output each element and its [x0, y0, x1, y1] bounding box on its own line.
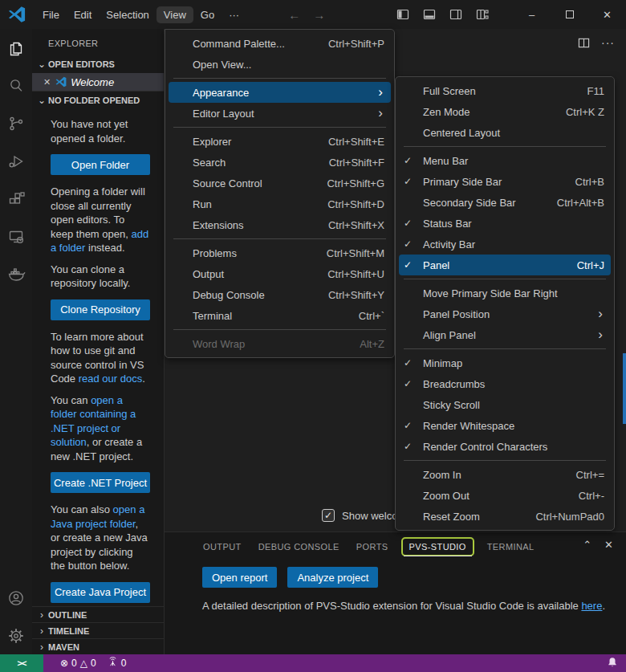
panel-tab-debug-console[interactable]: DEBUG CONSOLE	[258, 540, 340, 554]
menu-item-terminal[interactable]: TerminalCtrl+`	[169, 305, 391, 326]
timeline-section[interactable]: › TIMELINE	[32, 622, 164, 638]
menu-item-status-bar[interactable]: ✓Status Bar	[399, 213, 611, 234]
paragraph: You can open a folder containing a .NET …	[51, 393, 150, 464]
menu-item-output[interactable]: OutputCtrl+Shift+U	[169, 263, 391, 284]
panel-tab-ports[interactable]: PORTS	[356, 540, 389, 554]
menu-item-open-view[interactable]: Open View...	[169, 54, 391, 75]
menu-item-zoom-in[interactable]: Zoom InCtrl+=	[399, 464, 611, 485]
scrollbar-decoration[interactable]	[623, 353, 626, 424]
menu-item-explorer[interactable]: ExplorerCtrl+Shift+E	[169, 131, 391, 152]
menubar-item-file[interactable]: File	[35, 6, 67, 23]
split-editor-icon[interactable]	[578, 37, 590, 49]
no-folder-opened-header[interactable]: ⌄ NO FOLDER OPENED	[32, 91, 164, 108]
analyze-project-button[interactable]: Analyze project	[287, 567, 378, 588]
maximize-button[interactable]	[551, 0, 588, 29]
close-panel-icon[interactable]: ✕	[604, 539, 613, 551]
menu-item-editor-layout[interactable]: Editor Layout›	[169, 103, 391, 124]
menu-item-label: Status Bar	[423, 218, 582, 230]
menu-item-menu-bar[interactable]: ✓Menu Bar	[399, 150, 611, 171]
menu-item-centered-layout[interactable]: Centered Layout	[399, 122, 611, 143]
open-editors-header[interactable]: ⌄ OPEN EDITORS	[32, 55, 164, 73]
checkbox-checked-icon[interactable]: ✓	[322, 509, 335, 522]
menu-item-search[interactable]: SearchCtrl+Shift+F	[169, 152, 391, 173]
menu-item-panel[interactable]: ✓PanelCtrl+J	[399, 255, 611, 275]
menu-item-reset-zoom[interactable]: Reset ZoomCtrl+NumPad0	[399, 506, 611, 527]
menu-item-shortcut: Ctrl+`	[359, 310, 384, 322]
menu-item-sticky-scroll[interactable]: Sticky Scroll	[399, 394, 611, 415]
close-button[interactable]: ✕	[588, 0, 626, 29]
maven-section[interactable]: › MAVEN	[32, 638, 164, 654]
menu-item-align-panel[interactable]: Align Panel›	[399, 324, 611, 345]
menu-item-zen-mode[interactable]: Zen ModeCtrl+K Z	[399, 101, 611, 122]
run-debug-icon[interactable]	[0, 142, 32, 180]
chevron-right-icon: ›	[598, 310, 603, 318]
menu-item-render-whitespace[interactable]: ✓Render Whitespace	[399, 415, 611, 436]
open-editor-welcome-item[interactable]: ✕ Welcome	[32, 73, 164, 91]
close-editor-icon[interactable]: ✕	[43, 77, 51, 88]
chevron-right-icon: ›	[598, 331, 603, 339]
menu-item-breadcrumbs[interactable]: ✓Breadcrumbs	[399, 373, 611, 394]
panel-tab-pvs-studio[interactable]: PVS-STUDIO	[401, 537, 474, 556]
toggle-primary-sidebar-icon[interactable]	[396, 8, 409, 21]
menu-item-label: Zen Mode	[423, 106, 543, 118]
remote-indicator[interactable]: ><	[0, 654, 43, 672]
more-actions-icon[interactable]: ···	[601, 36, 615, 49]
menu-item-minimap[interactable]: ✓Minimap	[399, 352, 611, 373]
menu-item-source-control[interactable]: Source ControlCtrl+Shift+G	[169, 173, 391, 193]
menu-item-secondary-side-bar[interactable]: Secondary Side BarCtrl+Alt+B	[399, 192, 611, 213]
toggle-panel-icon[interactable]	[423, 8, 436, 21]
menu-item-debug-console[interactable]: Debug ConsoleCtrl+Shift+Y	[169, 284, 391, 305]
forward-arrow-icon[interactable]: →	[313, 8, 325, 22]
notifications[interactable]	[607, 657, 626, 670]
customize-layout-icon[interactable]	[476, 8, 489, 21]
menu-item-activity-bar[interactable]: ✓Activity Bar	[399, 234, 611, 255]
menu-item-full-screen[interactable]: Full ScreenF11	[399, 80, 611, 101]
menu-item-problems[interactable]: ProblemsCtrl+Shift+M	[169, 242, 391, 263]
menu-item-label: Run	[193, 198, 305, 210]
back-arrow-icon[interactable]: ←	[288, 8, 300, 22]
paragraph: You can clone a repository locally.	[51, 263, 150, 291]
menu-item-word-wrap[interactable]: Word WrapAlt+Z	[169, 333, 391, 354]
here-link[interactable]: here	[581, 600, 602, 612]
menu-item-render-control-characters[interactable]: ✓Render Control Characters	[399, 436, 611, 457]
open-folder-button[interactable]: Open Folder	[51, 154, 150, 175]
menu-item-primary-side-bar[interactable]: ✓Primary Side BarCtrl+B	[399, 171, 611, 192]
search-icon[interactable]	[0, 67, 32, 104]
open-report-button[interactable]: Open report	[202, 567, 277, 588]
menu-item-zoom-out[interactable]: Zoom OutCtrl+-	[399, 485, 611, 506]
outline-section[interactable]: › OUTLINE	[32, 606, 164, 622]
menu-item-panel-position[interactable]: Panel Position›	[399, 303, 611, 324]
activity-bar	[0, 29, 32, 654]
minimize-button[interactable]: –	[513, 0, 551, 29]
menu-item-command-palette[interactable]: Command Palette...Ctrl+Shift+P	[169, 33, 391, 54]
create-dotnet-project-button[interactable]: Create .NET Project	[51, 472, 150, 493]
accounts-icon[interactable]	[0, 579, 32, 617]
extensions-icon[interactable]	[0, 180, 32, 218]
panel-tab-label: TERMINAL	[487, 542, 535, 552]
chevron-right-icon: ›	[35, 625, 48, 637]
create-java-project-button[interactable]: Create Java Project	[51, 582, 150, 603]
menu-item-appearance[interactable]: Appearance›	[169, 82, 391, 103]
active-tab-underline	[404, 556, 472, 556]
menu-item-move-primary-side-bar-right[interactable]: Move Primary Side Bar Right	[399, 283, 611, 303]
source-control-icon[interactable]	[0, 104, 32, 142]
problems-indicator[interactable]: ⊗ 0 △ 0	[55, 654, 102, 672]
collapse-panel-icon[interactable]: ⌃	[583, 539, 591, 551]
ports-indicator[interactable]: 0	[102, 654, 132, 672]
menu-item-extensions[interactable]: ExtensionsCtrl+Shift+X	[169, 214, 391, 235]
menubar-item-[interactable]: ···	[222, 6, 246, 23]
clone-repository-button[interactable]: Clone Repository	[51, 299, 150, 320]
panel-tab-output[interactable]: OUTPUT	[202, 540, 242, 554]
menubar-item-selection[interactable]: Selection	[99, 6, 156, 23]
read-our-docs-link[interactable]: read our docs	[79, 373, 143, 385]
settings-gear-icon[interactable]	[0, 617, 32, 654]
docker-icon[interactable]	[0, 255, 32, 293]
menubar-item-go[interactable]: Go	[193, 6, 222, 23]
menubar-item-edit[interactable]: Edit	[67, 6, 99, 23]
explorer-icon[interactable]	[0, 29, 32, 67]
toggle-secondary-sidebar-icon[interactable]	[449, 8, 462, 21]
menubar-item-view[interactable]: View	[156, 6, 193, 23]
menu-item-run[interactable]: RunCtrl+Shift+D	[169, 193, 391, 214]
remote-explorer-icon[interactable]	[0, 218, 32, 255]
panel-tab-terminal[interactable]: TERMINAL	[486, 540, 535, 554]
